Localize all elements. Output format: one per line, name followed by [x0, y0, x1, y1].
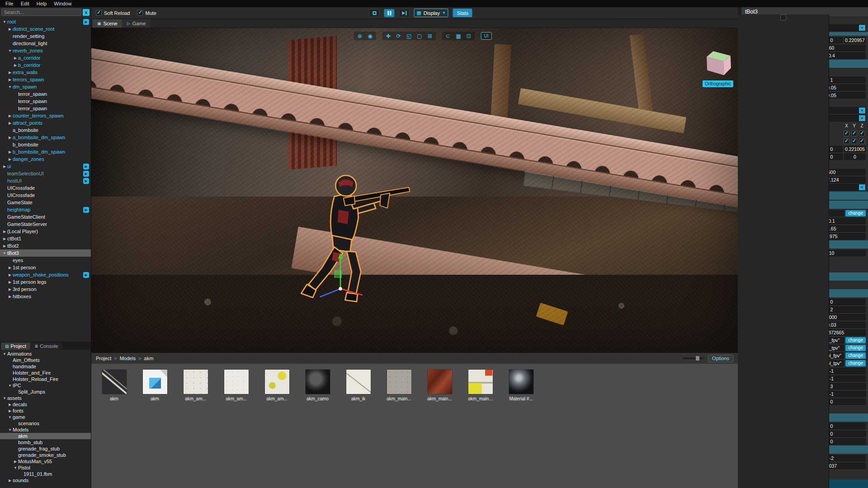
- value-field[interactable]: 0.221005: [844, 146, 866, 152]
- scene-tree-item-heightmap[interactable]: heightmap▶: [0, 206, 91, 213]
- scene-tree-item-district-scene-root[interactable]: ▶district_scene_root: [0, 25, 91, 33]
- step-frame-button[interactable]: [399, 9, 409, 17]
- project-tree-item-akm[interactable]: akm: [0, 433, 91, 439]
- scene-tree-item-ui[interactable]: ▶ui▶: [0, 163, 91, 170]
- expand-icon[interactable]: ▶: [2, 164, 7, 169]
- expand-icon[interactable]: ▶: [7, 157, 13, 161]
- menu-window[interactable]: Window: [50, 1, 75, 6]
- reference-arrow-icon[interactable]: ▶: [83, 272, 89, 278]
- expand-icon[interactable]: ▶: [7, 150, 13, 154]
- project-tree-item-models[interactable]: ▼Models: [0, 427, 91, 433]
- magnet-icon[interactable]: ⊂: [443, 32, 453, 40]
- expand-icon[interactable]: ▶: [7, 121, 13, 125]
- project-tree-item-fonts[interactable]: ▶fonts: [0, 408, 91, 414]
- reference-arrow-icon[interactable]: ▶: [83, 164, 89, 169]
- asset-thumb-akm[interactable]: akm: [98, 369, 131, 401]
- scene-tree-item-tbot3[interactable]: ▼tBot3: [0, 249, 91, 257]
- scene-tree-item-ctbot1[interactable]: ▶ctBot1: [0, 235, 91, 242]
- physics-icon[interactable]: ⊡: [464, 32, 473, 40]
- scene-tree-item-3rd-person[interactable]: ▶3rd person: [0, 286, 91, 293]
- expand-icon[interactable]: ▶: [2, 230, 7, 234]
- checkbox[interactable]: [851, 131, 857, 136]
- project-tree-item-decals[interactable]: ▶decals: [0, 401, 91, 408]
- asset-thumb-akm-main[interactable]: akm_main...: [423, 369, 456, 401]
- camera-icon[interactable]: ◉: [366, 32, 375, 40]
- asset-thumb-akm-ik[interactable]: akm_ik: [342, 369, 375, 401]
- mute-checkbox[interactable]: Mute: [137, 10, 156, 16]
- project-tree-item-motusman-v55[interactable]: ▶MotusMan_v55: [0, 458, 91, 465]
- search-input[interactable]: [1, 9, 81, 16]
- breadcrumb-project[interactable]: Project: [96, 356, 111, 361]
- scene-tree-item-gamestateclient[interactable]: GameStateClient: [0, 213, 91, 221]
- scene-tree-item-directional-light[interactable]: directional_light: [0, 40, 91, 47]
- scene-tree-item-a-corridor[interactable]: ▶a_corridor: [0, 54, 91, 61]
- collapse-icon[interactable]: ▼: [7, 49, 13, 53]
- change-button[interactable]: change: [845, 360, 866, 366]
- project-tree-item-grenade-smoke-stub[interactable]: grenade_smoke_stub: [0, 452, 91, 458]
- scene-tree-item-hitboxes[interactable]: ▶hitboxes: [0, 293, 91, 300]
- scene-tree-item-danger-zones[interactable]: ▶danger_zones: [0, 155, 91, 163]
- expand-icon[interactable]: ▶: [7, 273, 13, 277]
- expand-icon[interactable]: ▶: [7, 266, 13, 270]
- scene-tree-item-teamselectionui[interactable]: teamSelectionUI▶: [0, 170, 91, 177]
- collapse-icon[interactable]: ▼: [2, 396, 7, 400]
- scene-tree-item-b-corridor[interactable]: ▶b_corridor: [0, 61, 91, 69]
- scene-tree-item-b-bombsite[interactable]: b_bombsite: [0, 141, 91, 148]
- asset-thumb-akm-am[interactable]: akm_am...: [260, 369, 293, 401]
- scene-tree-item-reverb-zones[interactable]: ▼reverb_zones: [0, 47, 91, 54]
- project-tree-item-scenarios[interactable]: scenarios: [0, 420, 91, 427]
- change-button[interactable]: change: [845, 337, 866, 343]
- project-tree-item-animations[interactable]: ▼Animations: [0, 351, 91, 357]
- scene-tree-item-b-bombsite-dm-spawn[interactable]: ▶b_bombsite_dm_spawn: [0, 148, 91, 155]
- orientation-cube[interactable]: [706, 51, 731, 79]
- project-tree-item-aim-offsets[interactable]: Aim_Offsets: [0, 357, 91, 363]
- project-tree-item-pistol[interactable]: ▼Pistol: [0, 465, 91, 471]
- asset-thumb-material[interactable]: Material #...: [505, 369, 538, 401]
- menu-edit[interactable]: Edit: [17, 1, 33, 6]
- tab-project[interactable]: ▤Project: [1, 343, 30, 350]
- reference-arrow-icon[interactable]: ▶: [83, 171, 89, 177]
- project-tree-item-game[interactable]: ▼game: [0, 414, 91, 420]
- scene-tree-item-a-bombsite-dm-spawn[interactable]: ▶a_bombsite_dm_spawn: [0, 134, 91, 141]
- expand-icon[interactable]: ▶: [7, 78, 13, 82]
- menu-help[interactable]: Help: [33, 1, 51, 6]
- collapse-icon[interactable]: ▼: [7, 85, 13, 89]
- transform-gizmo[interactable]: [311, 242, 370, 301]
- pause-button[interactable]: [384, 9, 394, 17]
- asset-thumb-akm-main[interactable]: akm_main...: [382, 369, 415, 401]
- scene-tree-item-1st-person-legs[interactable]: ▶1st person legs: [0, 278, 91, 286]
- value-field[interactable]: 0.220957: [844, 37, 866, 43]
- expand-icon[interactable]: ▶: [7, 409, 13, 413]
- scene-tree-item-extra-walls[interactable]: ▶extra_walls: [0, 69, 91, 76]
- asset-thumb-akm-main[interactable]: akm_main...: [464, 369, 497, 401]
- rotate-icon[interactable]: ⟳: [394, 32, 403, 40]
- breadcrumb-models[interactable]: Models: [120, 356, 136, 361]
- project-tree-item-sounds[interactable]: ▶sounds: [0, 477, 91, 483]
- value-field[interactable]: 0: [844, 154, 866, 160]
- options-button[interactable]: Options: [708, 355, 733, 362]
- checkbox[interactable]: [859, 138, 865, 144]
- reference-arrow-icon[interactable]: ▶: [83, 207, 89, 213]
- scale-icon[interactable]: ◱: [405, 32, 414, 40]
- reference-arrow-icon[interactable]: ▶: [83, 178, 89, 184]
- project-tree-item-ipc[interactable]: ▼IPC: [0, 382, 91, 389]
- scene-tree-item-hostui[interactable]: hostUI▶: [0, 177, 91, 184]
- collapse-icon[interactable]: ▼: [2, 352, 7, 356]
- scene-tree-item-1st-person[interactable]: ▶1st person: [0, 264, 91, 271]
- expand-icon[interactable]: ▶: [2, 237, 7, 241]
- viewport[interactable]: ⊕◉✚⟳◱▢⊞⊂▦⊡UI Orthographic: [91, 28, 738, 352]
- display-dropdown[interactable]: ▦ Display ▼: [414, 9, 448, 17]
- menu-file[interactable]: File: [2, 1, 17, 6]
- scene-tree-item-render-setting[interactable]: render_setting: [0, 33, 91, 40]
- project-tree-item-bomb-stub[interactable]: bomb_stub: [0, 439, 91, 446]
- expand-icon[interactable]: ▶: [7, 27, 13, 31]
- focus-icon[interactable]: ⊕: [355, 32, 364, 40]
- expand-icon[interactable]: ▶: [7, 287, 13, 291]
- asset-thumb-akm[interactable]: akm: [138, 369, 171, 401]
- scene-tree-item-root[interactable]: ▼root▶: [0, 18, 91, 25]
- projection-mode-button[interactable]: Orthographic: [703, 80, 733, 87]
- scene-tree-item-terror-spawn[interactable]: terror_spawn: [0, 90, 91, 98]
- expand-icon[interactable]: ▶: [7, 295, 13, 299]
- ui-toggle-button[interactable]: UI: [481, 32, 492, 40]
- tab-scene[interactable]: ▣Scene: [93, 19, 122, 28]
